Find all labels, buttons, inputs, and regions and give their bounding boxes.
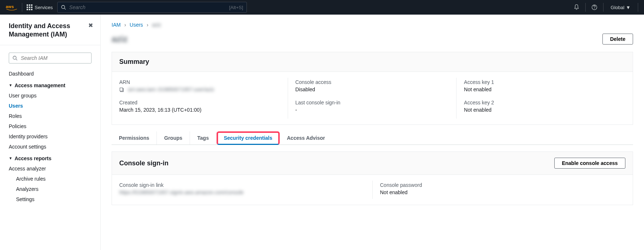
- summary-panel: Summary ARN arn:aws:iam::019850071957:us…: [112, 52, 633, 125]
- tab-groups[interactable]: Groups: [157, 131, 190, 145]
- signin-link-value: https://019850071957.signin.aws.amazon.c…: [119, 189, 365, 195]
- services-label: Services: [35, 5, 53, 10]
- sidebar-item-analyzers[interactable]: Analyzers: [16, 184, 92, 194]
- console-password-value: Not enabled: [380, 189, 618, 195]
- tab-permissions[interactable]: Permissions: [112, 131, 157, 145]
- topnav-right: Global ▼: [572, 3, 638, 12]
- enable-console-access-button[interactable]: Enable console access: [554, 158, 625, 169]
- search-icon: [61, 5, 66, 10]
- created-value: March 15, 2023, 16:13 (UTC+01:00): [119, 107, 280, 113]
- arn-value: arn:aws:iam::019850071957:user/aziz: [128, 86, 214, 92]
- tab-tags[interactable]: Tags: [190, 131, 217, 145]
- search-shortcut-label: [Alt+S]: [229, 5, 243, 10]
- sidebar-item-users[interactable]: Users: [9, 101, 92, 111]
- search-container: [Alt+S]: [57, 2, 247, 13]
- svg-line-2: [64, 8, 66, 10]
- breadcrumb-iam[interactable]: IAM: [112, 22, 121, 28]
- top-navigation: aws Services [Alt+S] Global ▼: [0, 0, 644, 15]
- breadcrumb-users[interactable]: Users: [130, 22, 143, 28]
- console-access-value: Disabled: [295, 86, 449, 92]
- sidebar-title: Identity and Access Management (IAM): [9, 22, 92, 39]
- signin-link-label: Console sign-in link: [119, 182, 365, 188]
- sidebar-item-user-groups[interactable]: User groups: [9, 91, 92, 101]
- region-selector[interactable]: Global ▼: [608, 5, 633, 10]
- tab-access-advisor[interactable]: Access Advisor: [280, 131, 333, 145]
- sidebar-item-account-settings[interactable]: Account settings: [9, 142, 92, 152]
- caret-down-icon: ▼: [9, 156, 12, 160]
- access-key2-label: Access key 2: [464, 100, 618, 105]
- notifications-icon[interactable]: [572, 3, 581, 12]
- summary-title: Summary: [119, 58, 149, 66]
- caret-down-icon: ▼: [9, 83, 12, 87]
- last-signin-value: -: [295, 107, 449, 113]
- region-label: Global: [611, 5, 625, 10]
- sidebar: ✖ Identity and Access Management (IAM) D…: [0, 15, 101, 250]
- breadcrumb-current: aziz: [152, 22, 161, 28]
- section-label: Access management: [15, 82, 65, 88]
- main-content: IAM › Users › aziz aziz Delete Summary A…: [101, 15, 644, 250]
- divider: [603, 3, 604, 12]
- access-key1-value: Not enabled: [464, 86, 618, 92]
- sidebar-item-roles[interactable]: Roles: [9, 111, 92, 121]
- arn-label: ARN: [119, 79, 280, 85]
- sidebar-item-archive-rules[interactable]: Archive rules: [16, 174, 92, 184]
- console-password-label: Console password: [380, 182, 618, 188]
- grid-icon: [27, 4, 32, 10]
- section-label: Access reports: [15, 155, 51, 161]
- access-key1-label: Access key 1: [464, 79, 618, 85]
- sidebar-item-identity-providers[interactable]: Identity providers: [9, 131, 92, 142]
- sidebar-item-access-analyzer[interactable]: Access analyzer: [9, 164, 92, 174]
- copy-icon[interactable]: [119, 87, 124, 92]
- tabs: Permissions Groups Tags Security credent…: [112, 131, 633, 145]
- console-signin-panel: Console sign-in Enable console access Co…: [112, 151, 633, 205]
- close-sidebar-icon[interactable]: ✖: [88, 22, 93, 29]
- arn-value-row: arn:aws:iam::019850071957:user/aziz: [119, 86, 280, 92]
- breadcrumb: IAM › Users › aziz: [112, 22, 633, 28]
- sidebar-section-access-reports[interactable]: ▼ Access reports: [9, 152, 92, 164]
- sidebar-section-access-management[interactable]: ▼ Access management: [9, 79, 92, 91]
- divider: [638, 3, 638, 12]
- console-access-label: Console access: [295, 79, 449, 85]
- divider: [22, 3, 22, 12]
- sidebar-dashboard[interactable]: Dashboard: [9, 69, 92, 79]
- svg-point-4: [594, 8, 595, 9]
- help-icon[interactable]: [590, 3, 599, 12]
- chevron-right-icon: ›: [147, 22, 148, 28]
- tab-security-credentials[interactable]: Security credentials: [217, 131, 280, 145]
- divider: [0, 45, 100, 45]
- svg-point-5: [13, 56, 16, 59]
- svg-rect-8: [120, 88, 123, 91]
- caret-down-icon: ▼: [626, 5, 631, 10]
- svg-line-6: [16, 59, 18, 60]
- chevron-right-icon: ›: [124, 22, 126, 28]
- svg-text:aws: aws: [6, 4, 14, 9]
- console-signin-title: Console sign-in: [119, 159, 168, 167]
- aws-logo[interactable]: aws: [6, 4, 18, 11]
- svg-point-1: [62, 5, 65, 9]
- sidebar-item-policies[interactable]: Policies: [9, 121, 92, 131]
- divider: [585, 3, 586, 12]
- access-key2-value: Not enabled: [464, 107, 618, 113]
- sidebar-search-input[interactable]: [9, 53, 92, 64]
- global-search-input[interactable]: [57, 2, 247, 13]
- page-title: aziz: [112, 34, 128, 44]
- services-button[interactable]: Services: [27, 4, 53, 10]
- delete-button[interactable]: Delete: [602, 34, 633, 45]
- search-icon: [12, 55, 18, 61]
- sidebar-item-settings[interactable]: Settings: [16, 194, 92, 204]
- created-label: Created: [119, 100, 280, 105]
- last-signin-label: Last console sign-in: [295, 100, 449, 105]
